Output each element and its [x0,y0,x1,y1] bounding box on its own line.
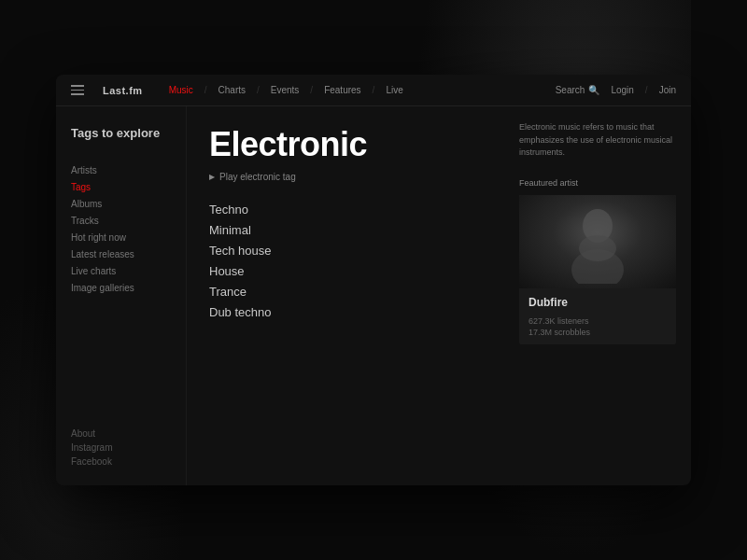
artist-silhouette-svg [560,200,635,284]
artist-card[interactable]: Dubfire 627.3K listeners 17.3M scrobbles [519,195,676,344]
tag-minimal[interactable]: Minimal [209,221,482,239]
nav-features[interactable]: Features [324,85,360,95]
artist-stats: 627.3K listeners 17.3M scrobbles [529,316,667,337]
artist-scrobbles: 17.3M scrobbles [529,328,667,337]
nav-divider-3: / [310,85,313,95]
svg-point-2 [579,235,616,261]
sidebar-footer: About Instagram Facebook [71,428,171,467]
sidebar-item-tracks[interactable]: Tracks [71,215,171,227]
search-icon: 🔍 [588,85,599,95]
tag-tech-house[interactable]: Tech house [209,242,482,259]
nav-right: Search 🔍 Login / Join [556,85,676,95]
artist-listeners: 627.3K listeners [529,316,667,326]
sidebar-item-albums[interactable]: Albums [71,198,171,210]
main-nav: Last.fm Music / Charts / Events / Featur… [56,75,691,106]
nav-live[interactable]: Live [386,85,402,95]
play-icon: ▶ [209,173,215,181]
tag-trance[interactable]: Trance [209,283,482,301]
nav-events[interactable]: Events [271,85,300,95]
sidebar-item-hot-right-now[interactable]: Hot right now [71,231,171,244]
nav-charts[interactable]: Charts [218,85,246,95]
nav-divider-1: / [204,85,207,95]
page-title: Electronic [209,125,482,164]
sidebar: Tags to explore Artists Tags Albums Trac… [56,106,187,485]
artist-name[interactable]: Dubfire [529,296,667,309]
hamburger-menu[interactable] [71,85,84,95]
nav-divider-2: / [257,85,260,95]
artist-info: Dubfire 627.3K listeners 17.3M scrobbles [519,288,676,344]
content-area: Tags to explore Artists Tags Albums Trac… [56,106,691,485]
sidebar-nav: Artists Tags Albums Tracks Hot right now… [71,164,171,294]
tag-techno[interactable]: Techno [209,201,482,218]
screen-wrapper: Last.fm Music / Charts / Events / Featur… [0,0,747,560]
nav-music[interactable]: Music [169,85,193,95]
footer-facebook[interactable]: Facebook [71,456,171,467]
sidebar-item-latest-releases[interactable]: Latest releases [71,248,171,260]
login-button[interactable]: Login [611,85,633,95]
browser-window: Last.fm Music / Charts / Events / Featur… [56,75,691,485]
sidebar-item-tags[interactable]: Tags [71,181,171,193]
search-label: Search [556,85,585,95]
right-panel: Electronic music refers to music that em… [504,106,691,485]
tag-description: Electronic music refers to music that em… [519,121,676,160]
nav-divider-4: / [373,85,375,95]
main-content: Electronic ▶ Play electronic tag Techno … [187,106,504,485]
search-button[interactable]: Search 🔍 [556,85,600,95]
sidebar-item-image-galleries[interactable]: Image galleries [71,282,171,294]
artist-silhouette [519,195,676,288]
nav-auth-divider: / [645,85,648,95]
join-button[interactable]: Join [659,85,676,95]
play-link-label: Play electronic tag [219,172,296,182]
tag-dub-techno[interactable]: Dub techno [209,303,482,321]
footer-instagram[interactable]: Instagram [71,442,171,453]
site-logo[interactable]: Last.fm [103,85,143,96]
play-electronic-link[interactable]: ▶ Play electronic tag [209,172,482,182]
sidebar-item-live-charts[interactable]: Live charts [71,265,171,277]
tags-list: Techno Minimal Tech house House Trance D… [209,201,482,321]
nav-links: Music / Charts / Events / Features / Liv… [169,85,537,95]
footer-about[interactable]: About [71,428,171,439]
artist-image [519,195,676,288]
sidebar-title: Tags to explore [71,125,171,142]
tag-house[interactable]: House [209,262,482,280]
featured-label: Feautured artist [519,178,676,188]
sidebar-item-artists[interactable]: Artists [71,164,171,176]
